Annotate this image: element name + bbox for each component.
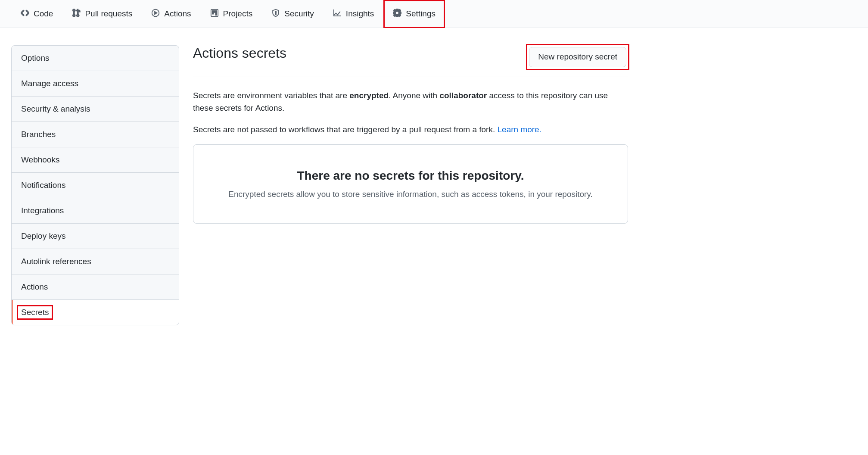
sidebar-item-label: Notifications	[21, 181, 66, 190]
project-icon	[210, 9, 219, 19]
sidebar-item-options[interactable]: Options	[12, 46, 179, 71]
svg-rect-4	[215, 11, 217, 15]
sidebar-item-label: Branches	[21, 130, 56, 139]
empty-state-title: There are no secrets for this repository…	[207, 169, 614, 183]
tab-settings[interactable]: Settings	[383, 0, 445, 28]
sidebar-item-notifications[interactable]: Notifications	[12, 173, 179, 198]
tab-insights[interactable]: Insights	[324, 0, 383, 28]
code-icon	[21, 9, 29, 19]
sidebar-item-security-analysis[interactable]: Security & analysis	[12, 97, 179, 122]
repo-tab-nav: Code Pull requests Actions Projects Secu…	[0, 0, 868, 28]
empty-state: There are no secrets for this repository…	[193, 144, 628, 224]
sidebar-item-label: Integrations	[21, 206, 64, 215]
play-circle-icon	[151, 9, 160, 19]
sidebar-item-label: Actions	[21, 282, 48, 291]
sidebar-item-label: Security & analysis	[21, 104, 90, 113]
tab-label: Pull requests	[85, 9, 132, 19]
main-content: Actions secrets New repository secret Se…	[193, 45, 628, 224]
sidebar-item-autolink-references[interactable]: Autolink references	[12, 249, 179, 274]
tab-label: Code	[34, 9, 53, 19]
learn-more-link[interactable]: Learn more.	[498, 125, 541, 134]
tab-label: Settings	[406, 9, 436, 19]
sidebar-item-label: Manage access	[21, 79, 78, 88]
sidebar-item-label: Autolink references	[21, 257, 91, 266]
desc-paragraph-2: Secrets are not passed to workflows that…	[193, 123, 628, 136]
tab-label: Insights	[346, 9, 374, 19]
tab-label: Actions	[164, 9, 191, 19]
tab-actions[interactable]: Actions	[142, 0, 200, 28]
sidebar-item-branches[interactable]: Branches	[12, 122, 179, 147]
svg-point-5	[275, 11, 277, 12]
sidebar-item-label: Options	[21, 53, 49, 62]
empty-state-subtitle: Encrypted secrets allow you to store sen…	[207, 190, 614, 199]
sidebar-item-secrets[interactable]: Secrets	[12, 300, 179, 325]
svg-rect-2	[212, 11, 214, 14]
desc-paragraph-1: Secrets are environment variables that a…	[193, 89, 628, 115]
sidebar-item-webhooks[interactable]: Webhooks	[12, 147, 179, 173]
new-repository-secret-button[interactable]: New repository secret	[529, 47, 626, 67]
tab-code[interactable]: Code	[11, 0, 62, 28]
tab-pull-requests[interactable]: Pull requests	[62, 0, 142, 28]
svg-rect-6	[275, 13, 276, 15]
description: Secrets are environment variables that a…	[193, 89, 628, 136]
sidebar-item-label: Secrets	[17, 305, 53, 320]
gear-icon	[393, 9, 401, 19]
subhead: Actions secrets New repository secret	[193, 45, 628, 77]
tab-security[interactable]: Security	[262, 0, 324, 28]
sidebar-item-actions[interactable]: Actions	[12, 274, 179, 300]
sidebar-item-deploy-keys[interactable]: Deploy keys	[12, 224, 179, 249]
new-secret-highlight: New repository secret	[527, 45, 628, 69]
tab-projects[interactable]: Projects	[201, 0, 262, 28]
settings-sidebar: Options Manage access Security & analysi…	[11, 45, 179, 325]
shield-icon	[271, 9, 280, 19]
sidebar-item-integrations[interactable]: Integrations	[12, 198, 179, 224]
git-pull-request-icon	[72, 9, 81, 19]
sidebar-item-label: Webhooks	[21, 155, 59, 164]
sidebar-item-label: Deploy keys	[21, 231, 66, 240]
svg-rect-3	[214, 11, 215, 12]
graph-icon	[333, 9, 342, 19]
tab-label: Security	[284, 9, 314, 19]
page-title: Actions secrets	[193, 45, 286, 61]
sidebar-item-manage-access[interactable]: Manage access	[12, 71, 179, 97]
tab-label: Projects	[223, 9, 253, 19]
settings-layout: Options Manage access Security & analysi…	[0, 28, 868, 325]
